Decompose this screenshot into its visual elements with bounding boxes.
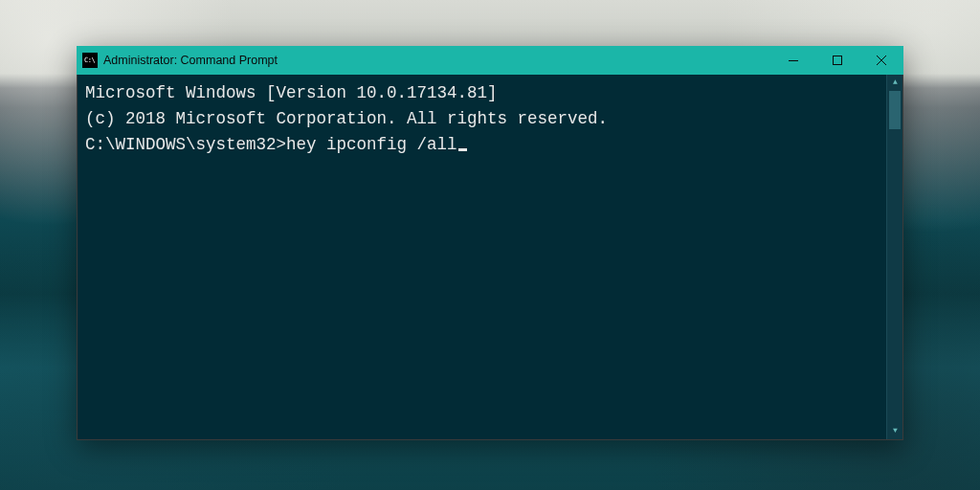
cmd-icon: C:\: [82, 53, 98, 68]
minimize-button[interactable]: [771, 46, 815, 75]
scroll-thumb[interactable]: [889, 91, 901, 129]
vertical-scrollbar[interactable]: ▲ ▼: [886, 75, 902, 439]
prompt-path: C:\WINDOWS\system32>: [85, 135, 286, 154]
scroll-up-button[interactable]: ▲: [887, 75, 903, 91]
copyright-line: (c) 2018 Microsoft Corporation. All righ…: [85, 106, 895, 132]
version-line: Microsoft Windows [Version 10.0.17134.81…: [85, 80, 895, 106]
svg-rect-0: [789, 60, 798, 61]
cursor: [458, 148, 467, 151]
cmd-icon-label: C:\: [84, 57, 95, 64]
maximize-icon: [833, 56, 842, 65]
svg-rect-1: [834, 56, 842, 65]
titlebar[interactable]: C:\ Administrator: Command Prompt: [77, 46, 903, 75]
close-button[interactable]: [859, 46, 903, 75]
scroll-down-button[interactable]: ▼: [887, 423, 903, 439]
maximize-button[interactable]: [815, 46, 859, 75]
prompt-line: C:\WINDOWS\system32>hey ipconfig /all: [85, 132, 895, 158]
command-prompt-window: C:\ Administrator: Command Prompt Micros…: [77, 46, 903, 440]
minimize-icon: [789, 60, 798, 61]
typed-command: hey ipconfig /all: [286, 135, 457, 154]
window-title: Administrator: Command Prompt: [103, 54, 278, 67]
terminal-body[interactable]: Microsoft Windows [Version 10.0.17134.81…: [77, 75, 903, 440]
close-icon: [877, 56, 886, 65]
